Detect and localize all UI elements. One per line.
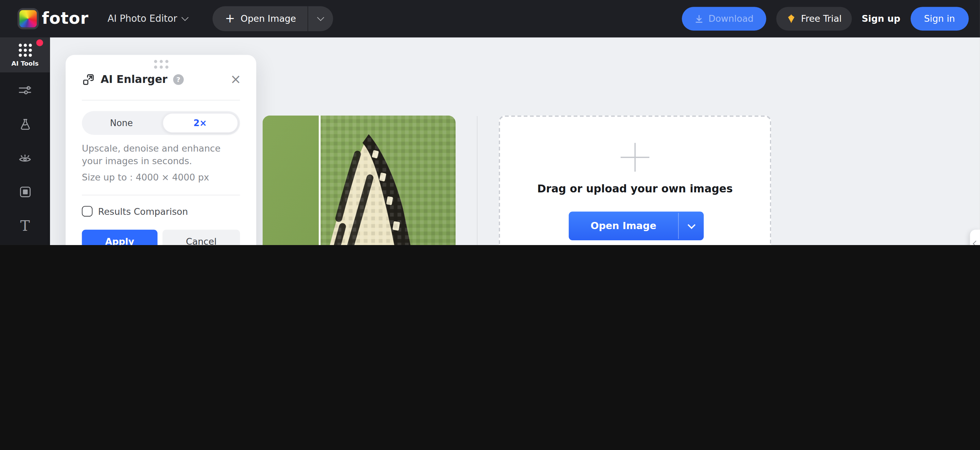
sidebar-item-text[interactable]: T <box>0 214 50 238</box>
enlarger-icon <box>82 73 95 86</box>
frame-icon <box>18 185 32 199</box>
divider <box>82 195 240 195</box>
notification-badge <box>37 40 43 46</box>
panel-size-note: Size up to : 4000 × 4000 px <box>82 172 242 182</box>
open-image-dropdown-button[interactable] <box>308 6 333 31</box>
panel-title: AI Enlarger <box>101 73 167 86</box>
sign-up-link[interactable]: Sign up <box>862 14 900 24</box>
sidebar-item-adjust[interactable] <box>0 78 50 103</box>
text-icon: T <box>20 219 30 233</box>
panel-description: Upscale, denoise and enhance your images… <box>82 143 242 167</box>
plus-icon: + <box>225 12 235 24</box>
panel-buttons: Apply Cancel <box>82 230 240 245</box>
upload-drop-zone[interactable]: Drag or upload your own images Open Imag… <box>499 116 772 245</box>
chevron-down-icon <box>317 14 324 21</box>
open-image-button[interactable]: + Open Image <box>212 6 307 31</box>
sidebar-item-frames[interactable] <box>0 179 50 204</box>
ai-enlarger-panel: AI Enlarger ? × None 2× Upscale, denoise… <box>66 55 256 245</box>
editor-surface: fotor AI Photo Editor + Open Image <box>0 0 980 245</box>
chevron-down-icon <box>182 14 189 21</box>
chevron-down-icon <box>687 220 695 228</box>
panel-header: AI Enlarger ? × <box>82 71 241 87</box>
app-stage: fotor AI Photo Editor + Open Image <box>0 0 980 245</box>
upload-heading: Drag or upload your own images <box>500 182 770 195</box>
cancel-button[interactable]: Cancel <box>163 230 240 245</box>
sidebar-item-ai-tools[interactable]: AI Tools <box>0 37 50 72</box>
butterfly-before-after-image <box>262 116 456 245</box>
brand-wordmark[interactable]: fotor <box>42 9 89 27</box>
beauty-eye-icon <box>18 151 32 166</box>
sidebar-item-beauty[interactable] <box>0 146 50 170</box>
scale-toggle: None 2× <box>82 111 240 135</box>
results-comparison-row[interactable]: Results Comparison <box>82 206 188 217</box>
free-trial-label: Free Trial <box>801 14 842 24</box>
free-trial-button[interactable]: Free Trial <box>776 7 852 30</box>
open-image-label: Open Image <box>240 14 296 24</box>
divider <box>82 100 240 101</box>
download-label: Download <box>708 14 753 24</box>
open-image-button[interactable]: Open Image <box>569 212 678 240</box>
open-image-dropdown-button[interactable] <box>679 212 704 240</box>
navbar-right-group: Download Free Trial Sign up Sign in <box>682 0 969 37</box>
open-image-split-button: Open Image <box>569 212 704 240</box>
collapse-panel-tab[interactable] <box>970 230 980 245</box>
sidebar-item-label: AI Tools <box>11 59 38 66</box>
enlarger-demo-preview: Increase resolution & enhance image qual… <box>262 116 456 245</box>
section-divider <box>477 116 477 245</box>
open-image-split-button: + Open Image <box>212 6 333 31</box>
checkbox-label: Results Comparison <box>98 206 188 216</box>
download-icon <box>694 14 704 24</box>
results-comparison-checkbox[interactable] <box>82 206 92 217</box>
adjust-sliders-icon <box>18 83 32 98</box>
help-icon[interactable]: ? <box>173 74 184 85</box>
tools-sidebar: AI Tools <box>0 37 50 245</box>
effects-flask-icon <box>18 117 32 131</box>
fotor-logo-icon[interactable] <box>18 8 38 29</box>
app-switcher-menu[interactable]: AI Photo Editor <box>108 0 188 37</box>
drag-handle[interactable] <box>154 60 168 69</box>
toggle-option-2x[interactable]: 2× <box>162 113 238 133</box>
sign-in-button[interactable]: Sign in <box>910 7 969 30</box>
ai-tools-grid-icon <box>18 43 32 57</box>
chevron-left-icon <box>973 240 979 245</box>
sign-in-label: Sign in <box>924 14 955 24</box>
close-icon[interactable]: × <box>231 73 241 86</box>
app-menu-label: AI Photo Editor <box>108 13 177 24</box>
sidebar-item-effects[interactable] <box>0 112 50 136</box>
apply-button[interactable]: Apply <box>82 230 158 245</box>
gem-icon <box>786 14 796 24</box>
toggle-option-none[interactable]: None <box>82 111 161 135</box>
plus-icon <box>620 143 649 172</box>
download-button[interactable]: Download <box>682 7 766 30</box>
top-navbar: fotor AI Photo Editor + Open Image <box>0 0 980 37</box>
